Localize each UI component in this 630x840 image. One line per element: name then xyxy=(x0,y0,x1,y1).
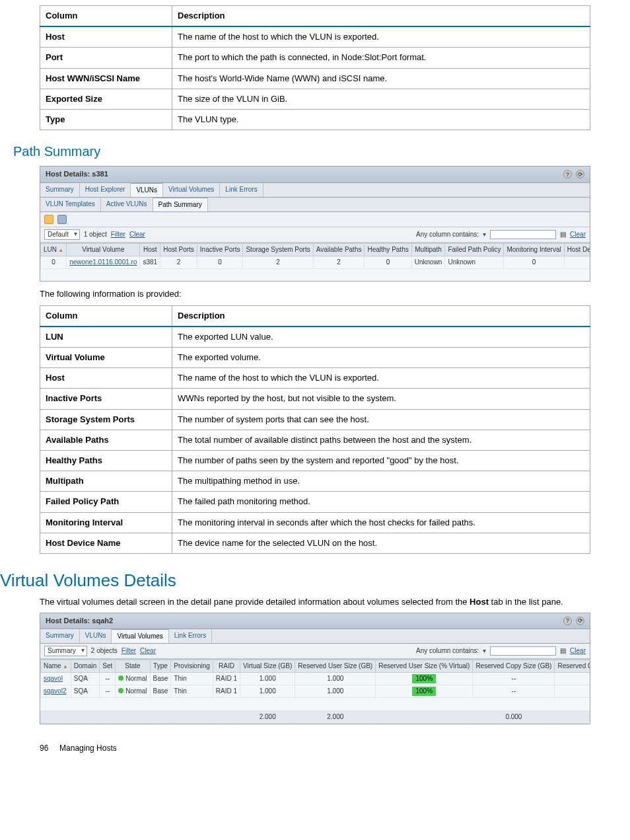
table-row[interactable]: 0 newone1.0116.0001.ro s381 2 0 2 2 0 Un… xyxy=(41,256,590,268)
column-header[interactable]: Reserved User Size (% Virtual) xyxy=(376,660,473,672)
panel-title: Host Details: sqah2 xyxy=(46,616,113,626)
column-name-cell: Available Paths xyxy=(40,430,172,450)
column-name-cell: Healthy Paths xyxy=(40,451,172,471)
table-row[interactable]: sqavolSQA--NormalBaseThinRAID 11.0001.00… xyxy=(41,672,590,685)
column-name-cell: Host xyxy=(40,368,172,389)
view-dropdown[interactable]: Summary xyxy=(44,646,87,656)
virtual-volumes-details-para: The virtual volumes detail screen in the… xyxy=(40,596,590,608)
column-header[interactable]: Reserved Copy Size (GB) xyxy=(473,660,555,672)
column-header[interactable]: Reserved User Size (GB) xyxy=(295,660,376,672)
cell-name[interactable]: sqavol2 xyxy=(41,685,71,697)
cell-set: -- xyxy=(100,685,116,697)
object-count-label: 1 object xyxy=(84,230,107,239)
clear-right-button[interactable]: Clear xyxy=(570,230,586,239)
cell-failed-policy: Unknown xyxy=(445,256,504,268)
column-header[interactable]: Storage System Ports xyxy=(243,243,313,256)
column-header[interactable]: Host Ports xyxy=(160,243,197,256)
dropdown-caret-icon[interactable]: ▾ xyxy=(483,230,486,239)
column-header[interactable]: Multipath xyxy=(411,243,445,256)
total-rcsize: 0.000 xyxy=(473,710,555,723)
cell-available-paths: 2 xyxy=(313,256,365,268)
cell-name[interactable]: sqavol xyxy=(41,672,71,685)
column-name-cell: Failed Policy Path xyxy=(40,492,172,512)
refresh-icon[interactable]: ⟳ xyxy=(576,170,584,178)
dropdown-caret-icon[interactable]: ▾ xyxy=(483,646,486,656)
tab-link-errors[interactable]: Link Errors xyxy=(220,183,263,197)
cell-virtual-volume[interactable]: newone1.0116.0001.ro xyxy=(67,256,140,268)
tab-host-explorer[interactable]: Host Explorer xyxy=(80,183,131,197)
column-header[interactable]: Failed Path Policy xyxy=(445,243,504,256)
description-cell: The size of the VLUN in GiB. xyxy=(172,89,590,109)
column-header[interactable]: Domain xyxy=(71,660,99,672)
cell-reserved-user-size: 1.000 xyxy=(295,672,376,685)
description-cell: The VLUN type. xyxy=(172,109,590,130)
column-header[interactable]: Healthy Paths xyxy=(365,243,411,256)
tab-summary[interactable]: Summary xyxy=(40,183,80,197)
column-header[interactable]: RAID xyxy=(213,660,240,672)
clear-left-button[interactable]: Clear xyxy=(129,230,145,239)
cell-inactive-ports: 0 xyxy=(197,256,243,268)
toolbar-icon-2[interactable] xyxy=(57,215,67,224)
panel-title: Host Details: s381 xyxy=(46,169,108,179)
tab-link-errors[interactable]: Link Errors xyxy=(169,629,212,643)
cell-domain: SQA xyxy=(71,685,99,697)
top-tab-row: SummaryVLUNsVirtual VolumesLink Errors xyxy=(40,629,590,644)
virtual-volumes-grid: NameDomainSetStateTypeProvisioningRAIDVi… xyxy=(40,660,590,724)
description-cell: The multipathing method in use. xyxy=(172,471,590,492)
filter-button[interactable]: Filter xyxy=(122,646,136,656)
view-dropdown[interactable]: Default xyxy=(44,229,80,240)
column-header[interactable]: Type xyxy=(150,660,171,672)
chapter-name: Managing Hosts xyxy=(59,744,117,753)
export-icon[interactable]: ▤ xyxy=(560,230,566,239)
column-header[interactable]: Set xyxy=(100,660,116,672)
column-header[interactable]: State xyxy=(116,660,150,672)
column-name-cell: Host Device Name xyxy=(40,533,172,553)
cell-type: Base xyxy=(150,685,171,697)
column-header[interactable]: Provisioning xyxy=(171,660,213,672)
column-name-cell: Monitoring Interval xyxy=(40,512,172,533)
clear-left-button[interactable]: Clear xyxy=(140,646,156,656)
cell-storage-ports: 2 xyxy=(243,256,313,268)
cell-healthy-paths: 0 xyxy=(365,256,411,268)
tab-vluns[interactable]: VLUNs xyxy=(131,183,163,197)
filter-button[interactable]: Filter xyxy=(111,230,125,239)
tab-path-summary[interactable]: Path Summary xyxy=(153,198,208,211)
tab-summary[interactable]: Summary xyxy=(40,629,80,643)
column-filter-input[interactable] xyxy=(490,646,556,656)
column-header[interactable]: LUN xyxy=(41,243,67,256)
column-header[interactable]: Host Device Name xyxy=(564,243,590,256)
cell-raid: RAID 1 xyxy=(213,685,240,697)
cell-reserved-user-size: 1.000 xyxy=(295,685,376,697)
column-header[interactable]: Host xyxy=(140,243,160,256)
tab-active-vluns[interactable]: Active VLUNs xyxy=(101,198,153,211)
toolbar-icon-1[interactable] xyxy=(44,215,53,224)
column-header[interactable]: Virtual Volume xyxy=(67,243,140,256)
tab-virtual-volumes[interactable]: Virtual Volumes xyxy=(163,183,220,197)
clear-right-button[interactable]: Clear xyxy=(570,646,586,656)
host-details-panel-1: Host Details: s381 ? ⟳ SummaryHost Explo… xyxy=(40,166,590,281)
help-icon[interactable]: ? xyxy=(563,617,572,625)
description-cell: The exported LUN value. xyxy=(172,326,590,348)
column-header[interactable]: Virtual Size (GB) xyxy=(240,660,295,672)
cell-monitoring-interval: 0 xyxy=(504,256,564,268)
column-header[interactable]: Name xyxy=(41,660,71,672)
export-icon[interactable]: ▤ xyxy=(560,646,566,656)
total-vsize: 2.000 xyxy=(240,710,295,723)
column-header[interactable]: Inactive Ports xyxy=(197,243,243,256)
cell-reserved-user-pct: 100% xyxy=(376,672,473,685)
column-header[interactable]: Monitoring Interval xyxy=(504,243,564,256)
table-row[interactable]: sqavol2SQA--NormalBaseThinRAID 11.0001.0… xyxy=(41,685,590,697)
description-cell: The host's World-Wide Name (WWN) and iSC… xyxy=(172,68,590,89)
tab-vlun-templates[interactable]: VLUN Templates xyxy=(40,198,101,211)
column-name-cell: Port xyxy=(40,48,172,68)
cell-multipath: Unknown xyxy=(411,256,445,268)
tab-vluns[interactable]: VLUNs xyxy=(80,629,112,643)
column-filter-input[interactable] xyxy=(490,230,556,239)
column-header[interactable]: Reserved Copy Size (% Virtual) xyxy=(555,660,590,672)
description-cell: The device name for the selected VLUN on… xyxy=(172,533,590,553)
help-icon[interactable]: ? xyxy=(563,170,572,178)
column-header[interactable]: Available Paths xyxy=(313,243,365,256)
tab-virtual-volumes[interactable]: Virtual Volumes xyxy=(112,629,168,643)
cell-virtual-size: 1.000 xyxy=(240,685,295,697)
refresh-icon[interactable]: ⟳ xyxy=(576,617,584,625)
